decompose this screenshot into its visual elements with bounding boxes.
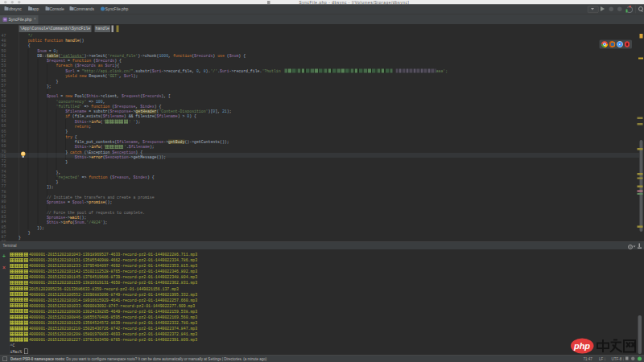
svg-text:php: php — [573, 341, 590, 351]
